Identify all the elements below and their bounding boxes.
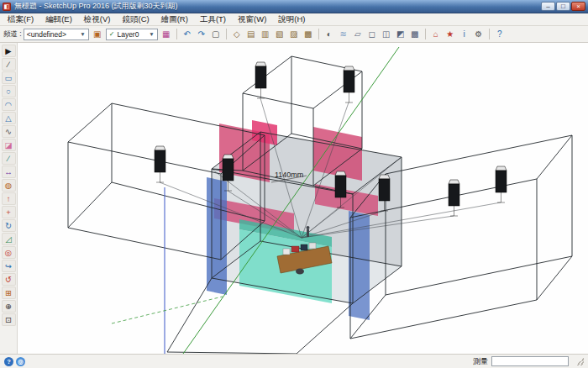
extension-warehouse-icon[interactable]: ★ (444, 28, 457, 41)
check-icon: ✓ (109, 30, 115, 38)
statusbar-icons: ?◎ (4, 357, 25, 366)
offset-tool-icon[interactable]: ◎ (2, 246, 16, 259)
layer-value: Layer0 (117, 30, 146, 39)
channel-value: <undefined> (27, 30, 78, 39)
back-view-icon[interactable]: ▨ (287, 28, 301, 41)
dimension-label: 1140mm (275, 171, 303, 179)
toolbar-pre-icons: ▣ (91, 28, 104, 41)
menu-draw[interactable]: 繪圖(R) (155, 13, 194, 26)
orbit-tool-icon[interactable]: ↺ (2, 273, 16, 286)
right-view-icon[interactable]: ▧ (273, 28, 286, 41)
menu-camera[interactable]: 鏡頭(C) (116, 13, 155, 26)
tool-palette: ▶∕▭○◠△∿◪∕↔◍↑+↻◿◎↪↺⊞⊕⊡ (0, 43, 18, 354)
rotate-tool-icon[interactable]: ↻ (2, 219, 16, 232)
3d-warehouse-icon[interactable]: ⌂ (429, 28, 443, 41)
line-tool-icon[interactable]: ∕ (2, 58, 16, 71)
circle-tool-icon[interactable]: ○ (2, 85, 16, 97)
main-area: ▶∕▭○◠△∿◪∕↔◍↑+↻◿◎↪↺⊞⊕⊡ (0, 43, 588, 354)
help-circle-icon[interactable]: ? (4, 357, 13, 366)
arc-tool-icon[interactable]: ◠ (2, 98, 16, 111)
close-button[interactable]: × (571, 2, 585, 11)
menu-view[interactable]: 檢視(V) (78, 13, 117, 26)
speaker (344, 66, 354, 103)
rectangle-tool-icon[interactable]: ▭ (2, 71, 16, 84)
follow-me-tool-icon[interactable]: ↪ (2, 260, 16, 272)
toolbar: 頻道 : <undefined> ▼ ▣ ✓ Layer0 ▼ ▦↶↷▢◇▤▥▧… (0, 26, 588, 43)
fog-icon[interactable]: ≋ (337, 28, 350, 41)
next-view-icon[interactable]: ↷ (195, 28, 208, 41)
zoom-extents-icon[interactable]: ▢ (209, 28, 223, 41)
titlebar: ◧ 無標題 - SketchUp Pro 2016 (試用版剩30天到期) – … (0, 0, 588, 13)
geolocation-icon[interactable]: ◎ (16, 357, 25, 366)
speaker (449, 180, 459, 216)
speaker (255, 62, 266, 98)
sketchup-app-icon: ◧ (3, 3, 11, 11)
channel-label: 頻道 : (3, 29, 22, 39)
maximize-button[interactable]: □ (556, 2, 570, 11)
speaker (496, 166, 507, 202)
viewport-3d[interactable]: 1140mm (18, 43, 588, 354)
toolbar-separator (425, 29, 426, 39)
menu-tools[interactable]: 工具(T) (194, 13, 232, 26)
xray-icon[interactable]: ▱ (351, 28, 365, 41)
wireframe-icon[interactable]: ◻ (365, 28, 379, 41)
zoom-tool-icon[interactable]: ⊕ (2, 300, 16, 313)
zoom-extents-tool-icon[interactable]: ⊡ (2, 313, 16, 326)
select-tool-icon[interactable]: ▶ (2, 45, 16, 57)
channel-combobox[interactable]: <undefined> ▼ (24, 29, 89, 40)
window-title: 無標題 - SketchUp Pro 2016 (試用版剩30天到期) (14, 1, 178, 12)
hidden-line-icon[interactable]: ◫ (380, 28, 393, 41)
toolbar-icons: ▦↶↷▢◇▤▥▧▨▩◐≋▱◻◫◩▩⌂★i⚙? (160, 28, 507, 41)
left-view-icon[interactable]: ▩ (302, 28, 315, 41)
move-tool-icon[interactable]: + (2, 206, 16, 218)
model-canvas[interactable]: 1140mm (18, 43, 588, 354)
toolbar-separator (176, 29, 177, 39)
speaker (155, 146, 165, 182)
menu-window[interactable]: 視窗(W) (232, 13, 272, 26)
push-pull-tool-icon[interactable]: ↑ (2, 192, 16, 205)
iso-view-icon[interactable]: ◇ (230, 28, 244, 41)
pan-tool-icon[interactable]: ⊞ (2, 287, 16, 299)
window-controls: – □ × (541, 2, 585, 11)
front-view-icon[interactable]: ▥ (259, 28, 272, 41)
statusbar: ?◎ 測量 (0, 354, 588, 368)
menu-edit[interactable]: 編輯(E) (39, 13, 78, 26)
shadows-icon[interactable]: ◐ (323, 28, 336, 41)
chevron-down-icon: ▼ (149, 31, 154, 37)
freehand-tool-icon[interactable]: ∿ (2, 125, 16, 138)
layer-combobox[interactable]: ✓ Layer0 ▼ (106, 29, 158, 40)
previous-view-icon[interactable]: ↶ (181, 28, 194, 41)
top-view-icon[interactable]: ▤ (244, 28, 258, 41)
sketchup-window: ◧ 無標題 - SketchUp Pro 2016 (試用版剩30天到期) – … (0, 0, 588, 368)
textured-icon[interactable]: ▩ (408, 28, 422, 41)
polygon-tool-icon[interactable]: △ (2, 112, 16, 124)
preferences-icon[interactable]: ⚙ (472, 28, 486, 41)
scene-update-icon[interactable]: ▣ (91, 28, 104, 41)
menu-file[interactable]: 檔案(F) (2, 13, 39, 26)
color-by-layer-icon[interactable]: ▦ (160, 28, 173, 41)
model-info-icon[interactable]: i (458, 28, 471, 41)
paint-bucket-icon[interactable]: ◍ (2, 179, 16, 192)
measurement-input[interactable] (491, 356, 569, 366)
menu-help[interactable]: 說明(H) (272, 13, 311, 26)
toolbar-separator (318, 29, 319, 39)
toolbar-separator (489, 29, 490, 39)
eraser-tool-icon[interactable]: ◪ (2, 139, 16, 151)
shaded-icon[interactable]: ◩ (394, 28, 407, 41)
menubar: 檔案(F)編輯(E)檢視(V)鏡頭(C)繪圖(R)工具(T)視窗(W)說明(H) (0, 13, 588, 26)
dimension-tool-icon[interactable]: ↔ (2, 166, 16, 178)
chevron-down-icon: ▼ (80, 31, 85, 37)
instructor-icon[interactable]: ? (493, 28, 507, 41)
tape-measure-tool-icon[interactable]: ∕ (2, 152, 16, 165)
measure-label: 測量 (473, 356, 488, 367)
resize-grip-icon[interactable] (575, 357, 584, 365)
minimize-button[interactable]: – (541, 2, 555, 11)
toolbar-separator (226, 29, 227, 39)
scale-tool-icon[interactable]: ◿ (2, 233, 16, 245)
